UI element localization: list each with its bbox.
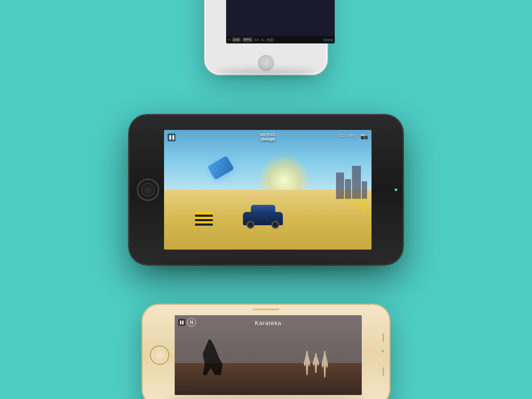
phone3-side-button-bot — [383, 367, 384, 376]
fighter-shadow — [203, 340, 223, 375]
car-wheel-left — [246, 221, 254, 229]
calc-btn-rpn[interactable]: RPN — [243, 37, 253, 42]
building-2 — [345, 179, 351, 199]
phone2-camera-dot — [395, 188, 397, 191]
karateka-game-screen: H Karateka — [175, 315, 362, 395]
phone3: H Karateka — [142, 304, 390, 399]
phone2-side-button-top — [403, 151, 404, 164]
enemy-sticks — [304, 351, 328, 377]
phone3-screen: H Karateka — [175, 315, 362, 395]
racing-buildings — [336, 166, 367, 199]
phone1-screen: round 1/x % m− x! 4 5 6 + x² x³ xⁿ — [226, 0, 335, 43]
calc-btn-done[interactable]: Done — [323, 38, 333, 42]
phone2-shadow — [151, 259, 381, 270]
calc-btn-edit[interactable]: Edit — [267, 38, 274, 42]
phone2-body: 5/6 POS. 104mph 1/2 LAPS 📷 YARDS DRIFTED… — [129, 114, 403, 265]
phone2-home-button[interactable] — [137, 179, 159, 200]
racing-barriers — [195, 212, 213, 226]
drift-label: YARDS DRIFTED — [339, 198, 367, 202]
phone1-shadow — [217, 69, 315, 78]
drift-multiplier: x2 — [339, 210, 367, 214]
karateka-player-figure — [203, 340, 223, 375]
phone3-side-button-top — [383, 333, 384, 342]
barrier-2 — [199, 212, 202, 226]
karateka-pause-bar-2 — [182, 321, 184, 325]
phone3-camera-dot — [382, 350, 384, 352]
calc-btn-2nd[interactable]: 2nd — [232, 37, 240, 42]
building-1 — [336, 172, 344, 199]
phone1: round 1/x % m− x! 4 5 6 + x² x³ xⁿ — [191, 0, 341, 80]
car-wheel-right — [271, 221, 279, 229]
calculator-screen: round 1/x % m− x! 4 5 6 + x² x³ xⁿ — [226, 0, 335, 43]
barrier-4 — [206, 212, 209, 226]
calc-btn-aminus[interactable]: A- — [261, 38, 265, 42]
barrier-1 — [195, 212, 199, 226]
racing-laps: 1/2 LAPS — [339, 133, 356, 138]
building-4 — [362, 181, 367, 199]
barrier-5 — [209, 212, 213, 226]
barrier-3 — [202, 212, 206, 226]
phone2-side-button-bot — [403, 191, 404, 208]
racing-camera-icon: 📷 — [360, 133, 368, 140]
karateka-pause-bar-1 — [180, 321, 181, 325]
karateka-title: Karateka — [255, 320, 282, 326]
pause-bar-1 — [169, 135, 171, 140]
phone2-side-button-mid — [403, 168, 404, 186]
racing-drift-info: YARDS DRIFTED 042,018 CITY HAVOC x2 — [339, 198, 367, 214]
racing-main-car — [243, 212, 283, 232]
karateka-pause-button[interactable] — [178, 319, 185, 326]
phone2: 5/6 POS. 104mph 1/2 LAPS 📷 YARDS DRIFTED… — [129, 114, 403, 265]
racing-pause-button[interactable] — [168, 133, 176, 141]
building-3 — [352, 166, 361, 199]
car-body — [243, 212, 283, 225]
racing-speed: 104mph — [260, 136, 275, 146]
calc-btn-aplus[interactable]: A+ — [254, 38, 259, 42]
phone3-body: H Karateka — [142, 304, 390, 399]
pause-bar-2 — [172, 135, 174, 140]
calc-bottom-bar: + 2nd RPN A+ A- Edit Done — [226, 36, 335, 43]
karateka-h-badge: H — [187, 318, 196, 327]
enemy-1 — [304, 351, 310, 375]
calc-btn-add[interactable]: + — [228, 38, 230, 42]
karateka-enemy-group — [304, 351, 328, 377]
drift-bonus: CITY HAVOC — [339, 206, 367, 210]
enemy-2 — [313, 353, 319, 373]
phone1-body: round 1/x % m− x! 4 5 6 + x² x³ xⁿ — [204, 0, 328, 75]
enemy-3 — [321, 351, 328, 377]
phone2-screen: 5/6 POS. 104mph 1/2 LAPS 📷 YARDS DRIFTED… — [164, 130, 372, 250]
phone3-home-button[interactable] — [150, 345, 169, 365]
car-top — [251, 205, 275, 213]
drift-value: 042,018 — [339, 202, 367, 206]
phone3-top-bar — [253, 309, 279, 310]
racing-game-screen: 5/6 POS. 104mph 1/2 LAPS 📷 YARDS DRIFTED… — [164, 130, 372, 250]
